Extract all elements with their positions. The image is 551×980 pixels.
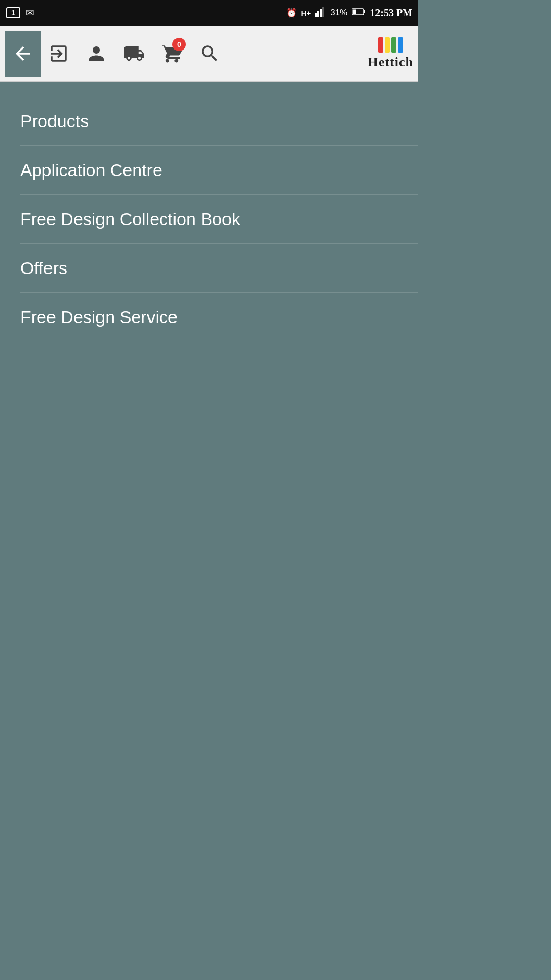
stripe-blue xyxy=(398,37,403,53)
time-display: 12:53 PM xyxy=(370,7,412,19)
menu-item-offers-label: Offers xyxy=(20,258,67,278)
menu-item-application-centre-label: Application Centre xyxy=(20,160,162,180)
svg-rect-6 xyxy=(364,10,365,13)
battery-percent: 31% xyxy=(330,8,347,18)
menu-item-free-design-collection-book-label: Free Design Collection Book xyxy=(20,209,240,229)
cart-button[interactable]: 0 xyxy=(154,31,190,77)
stripe-green xyxy=(391,37,396,53)
login-button[interactable] xyxy=(41,31,77,77)
search-button[interactable] xyxy=(192,31,228,77)
logo-area: Hettich xyxy=(368,37,413,70)
signal-icon xyxy=(315,7,326,19)
status-left: 1 ✉ xyxy=(6,7,34,19)
svg-rect-2 xyxy=(320,9,322,17)
svg-rect-3 xyxy=(322,7,324,17)
menu-item-offers[interactable]: Offers xyxy=(20,244,418,292)
logo-text: Hettich xyxy=(368,55,413,70)
cart-badge: 0 xyxy=(172,38,186,51)
hplus-icon: H+ xyxy=(301,9,311,17)
logo-stripes xyxy=(378,37,403,53)
status-box-icon: 1 xyxy=(6,7,20,18)
menu-item-free-design-collection-book[interactable]: Free Design Collection Book xyxy=(20,195,418,243)
battery-icon xyxy=(352,8,366,18)
alarm-icon: ⏰ xyxy=(286,8,297,18)
menu-item-products[interactable]: Products xyxy=(20,97,418,145)
menu-content: Products Application Centre Free Design … xyxy=(0,82,418,341)
menu-item-application-centre[interactable]: Application Centre xyxy=(20,146,418,194)
status-right: ⏰ H+ 31% 12:53 PM xyxy=(286,7,412,19)
menu-item-products-label: Products xyxy=(20,111,89,131)
back-button[interactable] xyxy=(5,31,41,77)
delivery-button[interactable] xyxy=(116,31,152,77)
menu-item-free-design-service-label: Free Design Service xyxy=(20,307,178,327)
svg-rect-0 xyxy=(315,13,317,17)
email-icon: ✉ xyxy=(26,7,34,19)
stripe-yellow xyxy=(385,37,390,53)
menu-item-free-design-service[interactable]: Free Design Service xyxy=(20,293,418,341)
account-button[interactable] xyxy=(79,31,114,77)
toolbar-icons: 0 xyxy=(41,31,228,77)
toolbar: 0 Hettich xyxy=(0,26,418,82)
svg-rect-1 xyxy=(317,11,319,17)
stripe-red xyxy=(378,37,383,53)
hettich-logo: Hettich xyxy=(368,37,413,70)
status-bar: 1 ✉ ⏰ H+ 31% 12:53 PM xyxy=(0,0,418,26)
toolbar-left: 0 xyxy=(5,31,228,77)
svg-rect-5 xyxy=(353,9,356,14)
